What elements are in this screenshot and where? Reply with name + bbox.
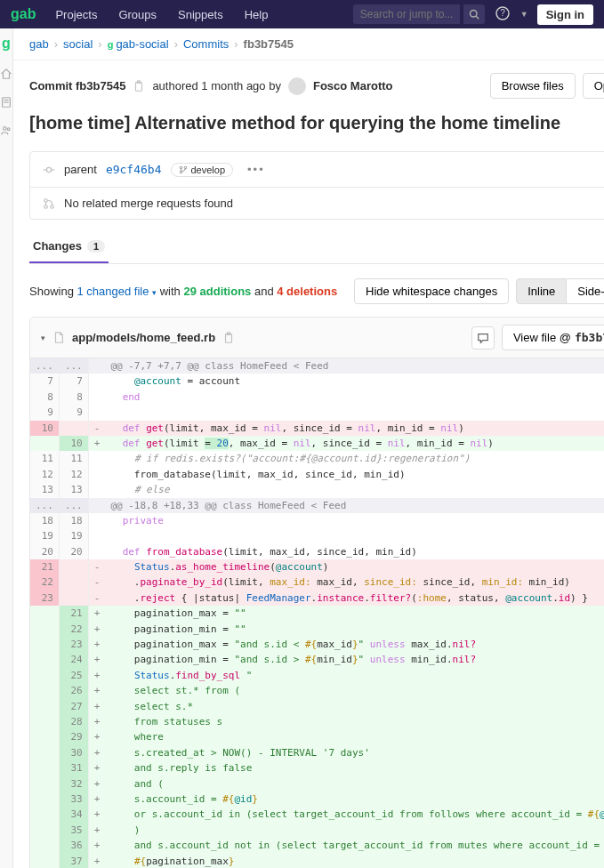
svg-point-7 — [4, 127, 7, 131]
crumb-gab[interactable]: gab — [29, 37, 49, 51]
authored-text: authored 1 month ago by — [152, 79, 281, 92]
members-icon[interactable] — [0, 125, 12, 137]
parent-label: parent — [64, 163, 97, 176]
author-avatar[interactable] — [288, 77, 306, 95]
tab-changes[interactable]: Changes 1 — [29, 230, 109, 263]
inline-view-button[interactable]: Inline — [516, 278, 567, 304]
diff-line[interactable]: 25+ Status.find_by_sql " — [30, 668, 604, 683]
diff-line[interactable]: 36+ and s.account_id not in (select targ… — [30, 838, 604, 853]
nav-snippets[interactable]: Snippets — [169, 8, 232, 21]
branch-icon — [179, 165, 188, 174]
view-file-button[interactable]: View file @fb3b7545 — [502, 325, 604, 350]
diff-table: ......@@ -7,7 +7,7 @@ class HomeFeed < F… — [30, 358, 604, 868]
file-path[interactable]: app/models/home_feed.rb — [72, 331, 215, 344]
diff-line[interactable]: 26+ select st.* from ( — [30, 683, 604, 698]
diff-line[interactable]: 1212 from_database(limit, max_id, since_… — [30, 467, 604, 482]
crumb-sha: fb3b7545 — [244, 37, 294, 51]
clipboard-icon[interactable] — [133, 80, 145, 92]
diff-line[interactable]: 24+ pagination_min = "and s.id > #{min_i… — [30, 652, 604, 667]
copy-path-icon[interactable] — [222, 332, 235, 344]
diff-line[interactable]: 21- Status.as_home_timeline(@account) — [30, 559, 604, 575]
brand-logo[interactable]: gab — [11, 6, 36, 22]
browse-files-button[interactable]: Browse files — [490, 73, 576, 99]
diff-line[interactable]: 22- .paginate_by_id(limit, max_id: max_i… — [30, 575, 604, 590]
diff-line[interactable]: ......@@ -18,8 +18,33 @@ class HomeFeed … — [30, 498, 604, 513]
home-icon[interactable] — [0, 68, 12, 80]
diff-line[interactable]: 28+ from statuses s — [30, 714, 604, 729]
more-actions-icon[interactable]: ••• — [242, 161, 270, 178]
author-name[interactable]: Fosco Marotto — [313, 79, 393, 92]
repository-icon[interactable] — [0, 96, 12, 108]
changed-files-dropdown[interactable]: 1 changed file ▾ — [77, 285, 157, 298]
no-mr-text: No related merge requests found — [64, 197, 233, 210]
additions-count: 29 additions — [183, 285, 251, 298]
diff-file: ▾ app/models/home_feed.rb View file @fb3… — [29, 317, 604, 868]
help-dropdown[interactable]: ? — [495, 6, 510, 23]
comment-icon[interactable] — [471, 326, 495, 350]
svg-point-8 — [7, 128, 10, 131]
diff-line[interactable]: 10+ def get(limit = 20, max_id = nil, si… — [30, 436, 604, 451]
caret-down-icon: ▼ — [520, 10, 528, 19]
diff-line[interactable]: 22+ pagination_min = "" — [30, 622, 604, 637]
nav-help[interactable]: Help — [236, 8, 278, 21]
diff-line[interactable]: 1919 — [30, 528, 604, 543]
project-avatar-icon: g — [108, 39, 114, 50]
svg-line-1 — [476, 16, 479, 19]
diff-line[interactable]: 21+ pagination_max = "" — [30, 606, 604, 621]
diff-line[interactable]: 77 @account = account — [30, 374, 604, 389]
related-mr-row: No related merge requests found — [30, 187, 604, 219]
deletions-count: 4 deletions — [277, 285, 337, 298]
diff-line[interactable]: 10- def get(limit, max_id = nil, since_i… — [30, 421, 604, 436]
file-icon — [52, 332, 65, 344]
nav-groups[interactable]: Groups — [109, 8, 165, 21]
left-sidebar: g — [0, 28, 13, 868]
svg-point-14 — [180, 166, 182, 169]
svg-point-17 — [44, 198, 48, 202]
merge-icon — [43, 197, 55, 210]
breadcrumb: gab› social› ggab-social› Commits› fb3b7… — [13, 28, 604, 60]
parent-row: parent e9cf46b4 develop ••• — [30, 152, 604, 187]
commit-title: [home time] Alternative method for query… — [29, 113, 604, 133]
tabs: Changes 1 — [29, 230, 604, 264]
nav-projects[interactable]: Projects — [46, 8, 106, 21]
diff-line[interactable]: 32+ and ( — [30, 776, 604, 792]
signin-button[interactable]: Sign in — [537, 4, 593, 25]
diff-line[interactable]: 35+ ) — [30, 823, 604, 838]
diff-line[interactable]: 34+ or s.account_id in (select target_ac… — [30, 807, 604, 822]
search-input[interactable] — [353, 4, 460, 24]
diff-line[interactable]: 1818 private — [30, 513, 604, 528]
crumb-commits[interactable]: Commits — [183, 37, 229, 51]
top-navbar: gab Projects Groups Snippets Help ? ▼ Si… — [0, 0, 604, 28]
changes-count-badge: 1 — [87, 240, 105, 253]
diff-line[interactable]: 23- .reject { |status| FeedManager.insta… — [30, 591, 604, 606]
side-by-side-button[interactable]: Side-by-side — [566, 278, 604, 304]
diff-line[interactable]: 23+ pagination_max = "and s.id < #{max_i… — [30, 637, 604, 652]
svg-point-0 — [470, 11, 477, 18]
diff-line[interactable]: ......@@ -7,7 +7,7 @@ class HomeFeed < F… — [30, 358, 604, 374]
project-logo[interactable]: g — [2, 36, 11, 52]
diff-line[interactable]: 29+ where — [30, 729, 604, 744]
diff-line[interactable]: 1111 # if redis.exists?("account:#{@acco… — [30, 451, 604, 466]
diff-line[interactable]: 2020 def from_database(limit, max_id, si… — [30, 544, 604, 559]
crumb-social[interactable]: social — [63, 37, 93, 51]
diff-line[interactable]: 33+ s.account_id = #{@id} — [30, 792, 604, 807]
svg-rect-20 — [226, 334, 232, 342]
parent-sha-link[interactable]: e9cf46b4 — [106, 163, 162, 176]
svg-point-11 — [46, 167, 51, 172]
collapse-icon[interactable]: ▾ — [41, 334, 45, 342]
crumb-gab-social[interactable]: gab-social — [116, 37, 168, 51]
hide-whitespace-button[interactable]: Hide whitespace changes — [354, 278, 509, 304]
branch-label[interactable]: develop — [171, 163, 234, 177]
diff-line[interactable]: 37+ #{pagination_max} — [30, 854, 604, 869]
diff-line[interactable]: 99 — [30, 405, 604, 420]
diff-line[interactable]: 31+ and s.reply is false — [30, 760, 604, 776]
options-dropdown[interactable]: Options ▾ — [583, 73, 604, 99]
diff-line[interactable]: 1313 # else — [30, 482, 604, 497]
diff-line[interactable]: 88 end — [30, 390, 604, 405]
svg-point-18 — [44, 205, 48, 208]
diff-line[interactable]: 30+ s.created_at > NOW() - INTERVAL '7 d… — [30, 745, 604, 760]
diff-line[interactable]: 27+ select s.* — [30, 699, 604, 714]
commit-id: Commit fb3b7545 — [29, 79, 125, 92]
svg-point-16 — [184, 166, 187, 169]
search-button[interactable] — [463, 4, 485, 24]
